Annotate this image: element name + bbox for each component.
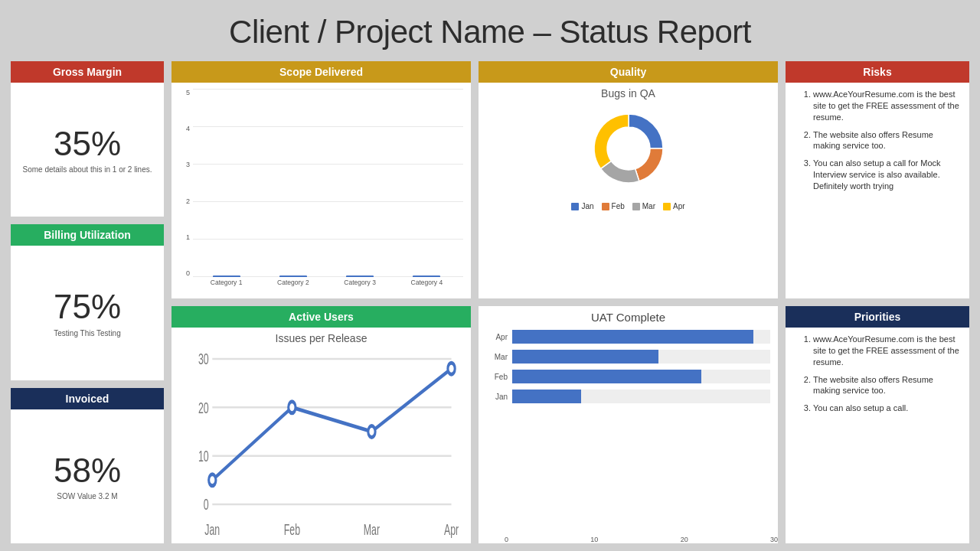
risks-card: Risks www.AceYourResume.com is the best … xyxy=(786,61,969,298)
uat-row-label: Apr xyxy=(486,333,508,341)
donut-legend: Jan Feb Mar Apr xyxy=(571,202,684,210)
scope-header: Scope Delivered xyxy=(172,61,471,83)
uat-x-label: 10 xyxy=(590,536,598,543)
legend-color xyxy=(602,203,609,210)
uat-row: Mar xyxy=(486,350,770,364)
billing-value: 75% xyxy=(54,289,121,325)
uat-title: UAT Complete xyxy=(479,306,778,324)
risks-header: Risks xyxy=(786,61,969,83)
legend-label: Feb xyxy=(612,202,625,210)
uat-bars-wrap: Apr Mar Feb Jan xyxy=(479,327,778,534)
legend-color xyxy=(571,203,579,210)
uat-x-axis: 0102030 xyxy=(479,534,778,543)
priority-item: www.AceYourResume.com is the best site t… xyxy=(813,334,962,368)
uat-row: Feb xyxy=(486,370,770,383)
svg-point-8 xyxy=(209,474,216,486)
svg-point-11 xyxy=(448,363,455,374)
billing-detail: Testing This Testing xyxy=(54,329,120,337)
uat-bar-bg xyxy=(512,350,770,364)
uat-row: Apr xyxy=(486,330,770,344)
svg-text:Feb: Feb xyxy=(284,521,300,539)
svg-text:Mar: Mar xyxy=(364,521,381,539)
legend-item: Feb xyxy=(602,202,625,210)
uat-bar-bg xyxy=(512,370,770,383)
legend-label: Jan xyxy=(581,202,593,210)
kpi-column: Gross Margin 35% Some details about this… xyxy=(11,61,164,543)
gross-margin-header: Gross Margin xyxy=(11,61,164,83)
svg-point-10 xyxy=(368,426,375,438)
uat-inner: UAT Complete Apr Mar Feb Jan 0102030 xyxy=(479,306,778,543)
svg-point-9 xyxy=(289,402,296,413)
billing-header: Billing Utilization xyxy=(11,224,164,246)
donut-chart xyxy=(583,103,675,197)
uat-x-label: 20 xyxy=(681,536,688,543)
active-users-title: Issues per Release xyxy=(179,332,463,344)
risk-item: You can also setup a call for Mock Inter… xyxy=(813,158,962,192)
risk-item: The website also offers Resume making se… xyxy=(813,129,962,152)
page-title: Client / Project Name – Status Report xyxy=(0,0,980,61)
legend-label: Apr xyxy=(673,202,685,210)
priority-item: You can also setup a call. xyxy=(813,403,962,414)
uat-x-labels: 0102030 xyxy=(479,534,778,543)
legend-label: Mar xyxy=(642,202,655,210)
priorities-card: Priorities www.AceYourResume.com is the … xyxy=(786,306,969,543)
invoiced-header: Invoiced xyxy=(11,388,164,409)
gross-margin-value: 35% xyxy=(54,126,121,162)
uat-card: UAT Complete Apr Mar Feb Jan 0102030 xyxy=(479,306,778,543)
legend-item: Mar xyxy=(632,202,655,210)
legend-item: Apr xyxy=(663,202,685,210)
gross-margin-card: Gross Margin 35% Some details about this… xyxy=(11,61,164,217)
uat-row-label: Feb xyxy=(486,373,508,381)
legend-color xyxy=(632,203,640,210)
billing-card: Billing Utilization 75% Testing This Tes… xyxy=(11,224,164,380)
billing-body: 75% Testing This Testing xyxy=(11,246,164,380)
line-chart-wrap: 0 10 20 30 JanFebMarApr xyxy=(179,347,463,539)
uat-row: Jan xyxy=(486,390,770,403)
uat-bar-fill xyxy=(512,350,658,364)
invoiced-body: 58% SOW Value 3.2 M xyxy=(11,409,164,543)
legend-color xyxy=(663,203,671,210)
donut-svg xyxy=(583,103,675,194)
invoiced-value: 58% xyxy=(54,452,121,489)
risk-item: www.AceYourResume.com is the best site t… xyxy=(813,89,962,123)
svg-text:Apr: Apr xyxy=(444,521,459,539)
dashboard: Gross Margin 35% Some details about this… xyxy=(0,61,980,551)
gross-margin-detail: Some details about this in 1 or 2 lines. xyxy=(23,165,152,174)
uat-x-label: 0 xyxy=(505,536,508,543)
priority-item: The website also offers Resume making se… xyxy=(813,374,962,397)
line-chart-svg: 0 10 20 30 JanFebMarApr xyxy=(179,347,463,539)
active-users-chart-body: Issues per Release 0 10 20 30 JanFebMarA… xyxy=(172,328,471,543)
uat-x-label: 30 xyxy=(770,536,778,543)
scope-chart-body: 543210 Category 1Category 2Catego xyxy=(172,83,471,298)
quality-chart-body: Bugs in QA Jan Feb Mar Apr xyxy=(479,83,778,298)
uat-bar-bg xyxy=(512,330,770,344)
uat-bar-fill xyxy=(512,390,581,403)
scope-delivered-card: Scope Delivered 543210 xyxy=(172,61,471,298)
svg-text:0: 0 xyxy=(204,496,209,514)
svg-text:Jan: Jan xyxy=(204,521,220,539)
legend-item: Jan xyxy=(571,202,593,210)
scope-bar-chart: 543210 Category 1Category 2Catego xyxy=(179,87,463,294)
active-users-header: Active Users xyxy=(172,306,471,328)
quality-card: Quality Bugs in QA Jan Feb Mar Apr xyxy=(479,61,778,298)
svg-text:10: 10 xyxy=(198,448,209,465)
svg-text:30: 30 xyxy=(198,350,209,368)
gross-margin-body: 35% Some details about this in 1 or 2 li… xyxy=(11,83,164,217)
right-column: Risks www.AceYourResume.com is the best … xyxy=(786,61,969,543)
invoiced-detail: SOW Value 3.2 M xyxy=(57,492,117,500)
priorities-header: Priorities xyxy=(786,306,969,328)
risks-list: www.AceYourResume.com is the best site t… xyxy=(786,83,969,298)
svg-text:20: 20 xyxy=(198,399,209,417)
active-users-card: Active Users Issues per Release 0 10 20 … xyxy=(172,306,471,543)
quality-header: Quality xyxy=(479,61,778,83)
invoiced-card: Invoiced 58% SOW Value 3.2 M xyxy=(11,388,164,543)
uat-bar-bg xyxy=(512,390,770,403)
priorities-list: www.AceYourResume.com is the best site t… xyxy=(786,328,969,543)
uat-bar-fill xyxy=(512,370,701,383)
quality-chart-title: Bugs in QA xyxy=(601,87,655,99)
uat-row-label: Jan xyxy=(486,393,508,401)
uat-bar-fill xyxy=(512,330,753,344)
uat-row-label: Mar xyxy=(486,353,508,361)
